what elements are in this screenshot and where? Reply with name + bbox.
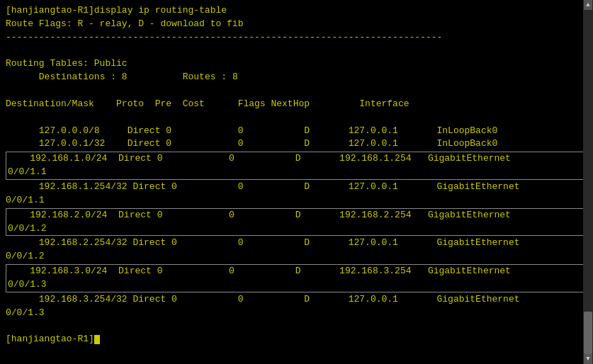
scrollbar[interactable]: ▲ ▼ — [583, 0, 593, 364]
blank-line-4 — [6, 319, 587, 333]
table-header: Destination/Mask Proto Pre Cost Flags Ne… — [6, 98, 587, 111]
separator-line: ----------------------------------------… — [6, 31, 587, 45]
route-row-2: 127.0.0.1/32 Direct 0 0 D 127.0.0.1 InLo… — [6, 137, 587, 151]
route-row-5-boxed: 192.168.2.0/24 Direct 0 0 D 192.168.2.25… — [6, 208, 587, 237]
blank-line-2 — [6, 84, 587, 98]
stats-line: Destinations : 8 Routes : 8 — [6, 71, 587, 84]
scroll-up-arrow[interactable]: ▲ — [584, 0, 592, 10]
routing-tables-line: Routing Tables: Public — [6, 57, 587, 71]
route-row-6: 192.168.2.254/32 Direct 0 0 D 127.0.0.1 … — [6, 237, 587, 250]
command-line: [hanjiangtao-R1]display ip routing-table — [6, 4, 587, 18]
prompt-end-line: [hanjiangtao-R1] — [6, 333, 587, 346]
route-row-7: 192.168.3.0/24 Direct 0 0 D 192.168.3.25… — [8, 265, 585, 278]
route-row-5-cont: 0/0/1.2 — [8, 222, 585, 236]
route-row-3-boxed: 192.168.1.0/24 Direct 0 0 D 192.168.1.25… — [6, 152, 587, 180]
route-row-8: 192.168.3.254/32 Direct 0 0 D 127.0.0.1 … — [6, 293, 587, 307]
blank-line-3 — [6, 111, 587, 125]
terminal: [hanjiangtao-R1]display ip routing-table… — [0, 0, 593, 364]
route-row-4: 192.168.1.254/32 Direct 0 0 D 127.0.0.1 … — [6, 181, 587, 194]
route-row-7-cont: 0/0/1.3 — [8, 278, 585, 292]
route-row-3-cont: 0/0/1.1 — [8, 166, 585, 179]
route-row-8-cont: 0/0/1.3 — [6, 307, 587, 320]
route-row-3: 192.168.1.0/24 Direct 0 0 D 192.168.1.25… — [8, 152, 585, 166]
scrollbar-thumb[interactable] — [584, 312, 592, 354]
blank-line-1 — [6, 45, 587, 58]
cursor — [94, 335, 100, 344]
route-flags-line: Route Flags: R - relay, D - download to … — [6, 18, 587, 31]
route-row-6-cont: 0/0/1.2 — [6, 250, 587, 263]
route-row-7-boxed: 192.168.3.0/24 Direct 0 0 D 192.168.3.25… — [6, 264, 587, 292]
route-row-5: 192.168.2.0/24 Direct 0 0 D 192.168.2.25… — [8, 209, 585, 222]
route-row-1: 127.0.0.0/8 Direct 0 0 D 127.0.0.1 InLoo… — [6, 125, 587, 138]
scroll-down-arrow[interactable]: ▼ — [584, 354, 592, 364]
route-row-4-cont: 0/0/1.1 — [6, 194, 587, 207]
